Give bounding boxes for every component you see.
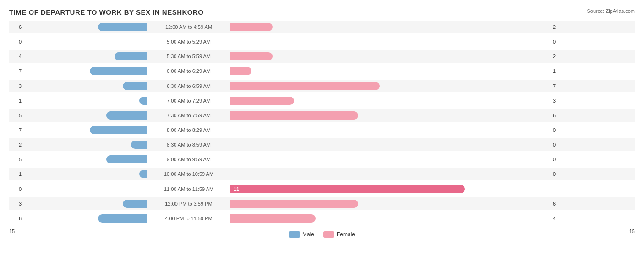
time-label: 11:00 AM to 11:59 AM <box>147 186 230 192</box>
time-label: 12:00 PM to 3:59 PM <box>147 201 230 207</box>
male-value: 5 <box>9 113 24 118</box>
male-bar <box>123 82 147 90</box>
female-bar <box>230 67 251 75</box>
male-swatch <box>289 231 300 238</box>
female-value: 0 <box>551 39 569 44</box>
table-row: 4 5:30 AM to 5:59 AM 2 <box>9 50 635 63</box>
right-bar-wrap <box>230 38 551 46</box>
right-bar-wrap <box>230 97 551 105</box>
right-bar-wrap <box>230 214 551 223</box>
female-bar <box>230 23 273 31</box>
male-value: 3 <box>9 201 24 207</box>
table-row: 6 4:00 PM to 11:59 PM 4 <box>9 212 635 225</box>
male-value: 0 <box>9 39 24 44</box>
legend-female: Female <box>323 231 355 238</box>
right-bar-wrap <box>230 170 551 178</box>
right-bar-wrap: 11 <box>230 185 551 193</box>
male-value: 3 <box>9 83 24 89</box>
left-bar-wrap <box>24 170 147 178</box>
left-bar-wrap <box>24 126 147 134</box>
left-bar-wrap <box>24 52 147 60</box>
right-bar-wrap <box>230 52 551 60</box>
left-bar-wrap <box>24 67 147 75</box>
table-row: 6 12:00 AM to 4:59 AM 2 <box>9 21 635 33</box>
left-bar-wrap <box>24 185 147 193</box>
left-bar-wrap <box>24 38 147 46</box>
female-value: 1 <box>551 68 569 74</box>
table-row: 1 7:00 AM to 7:29 AM 3 <box>9 94 635 107</box>
table-row: 7 8:00 AM to 8:29 AM 0 <box>9 124 635 136</box>
female-bar <box>230 82 380 90</box>
female-value: 0 <box>551 127 569 133</box>
time-label: 7:30 AM to 7:59 AM <box>147 113 230 118</box>
male-bar <box>115 52 147 60</box>
legend-male: Male <box>289 231 314 238</box>
time-label: 5:30 AM to 5:59 AM <box>147 54 230 59</box>
female-bar <box>230 214 316 223</box>
male-bar <box>131 141 147 149</box>
axis-left-label: 15 <box>9 228 15 238</box>
female-bar <box>230 97 294 105</box>
female-bar <box>230 111 358 120</box>
rows-container: 6 12:00 AM to 4:59 AM 2 0 5:00 AM to 5:2… <box>9 21 635 225</box>
left-bar-wrap <box>24 155 147 163</box>
male-value: 0 <box>9 186 24 192</box>
male-value: 5 <box>9 157 24 162</box>
table-row: 2 8:30 AM to 8:59 AM 0 <box>9 138 635 151</box>
right-bar-wrap <box>230 82 551 90</box>
female-bar <box>230 52 273 60</box>
time-label: 7:00 AM to 7:29 AM <box>147 98 230 103</box>
table-row: 3 6:30 AM to 6:59 AM 7 <box>9 80 635 92</box>
left-bar-wrap <box>24 23 147 31</box>
male-value: 4 <box>9 54 24 59</box>
right-bar-wrap <box>230 155 551 163</box>
male-value: 7 <box>9 127 24 133</box>
male-bar <box>106 155 147 163</box>
female-value: 6 <box>551 201 569 207</box>
chart-container: TIME OF DEPARTURE TO WORK BY SEX IN NESH… <box>0 0 644 272</box>
time-label: 5:00 AM to 5:29 AM <box>147 39 230 44</box>
right-bar-wrap <box>230 126 551 134</box>
female-value: 2 <box>551 54 569 59</box>
table-row: 5 9:00 AM to 9:59 AM 0 <box>9 153 635 166</box>
left-bar-wrap <box>24 97 147 105</box>
male-bar <box>98 214 147 223</box>
female-value: 7 <box>551 83 569 89</box>
male-bar <box>106 111 147 120</box>
legend: Male Female <box>289 231 355 238</box>
female-value: 3 <box>551 98 569 103</box>
time-label: 4:00 PM to 11:59 PM <box>147 216 230 221</box>
table-row: 3 12:00 PM to 3:59 PM 6 <box>9 197 635 210</box>
left-bar-wrap <box>24 82 147 90</box>
female-value: 0 <box>551 157 569 162</box>
table-row: 0 5:00 AM to 5:29 AM 0 <box>9 35 635 48</box>
male-bar <box>123 200 147 208</box>
right-bar-wrap <box>230 67 551 75</box>
left-bar-wrap <box>24 214 147 223</box>
time-label: 6:30 AM to 6:59 AM <box>147 83 230 89</box>
table-row: 1 10:00 AM to 10:59 AM 0 <box>9 168 635 180</box>
male-bar <box>139 97 147 105</box>
left-bar-wrap <box>24 200 147 208</box>
male-value: 6 <box>9 24 24 30</box>
male-label: Male <box>302 231 314 238</box>
male-value: 6 <box>9 216 24 221</box>
table-row: 7 6:00 AM to 6:29 AM 1 <box>9 65 635 77</box>
time-label: 6:00 AM to 6:29 AM <box>147 68 230 74</box>
female-value: 0 <box>551 171 569 177</box>
male-value: 2 <box>9 142 24 147</box>
right-bar-wrap <box>230 200 551 208</box>
female-bar: 11 <box>230 185 465 193</box>
chart-title: TIME OF DEPARTURE TO WORK BY SEX IN NESH… <box>9 8 635 16</box>
time-label: 10:00 AM to 10:59 AM <box>147 171 230 177</box>
female-value: 2 <box>551 24 569 30</box>
time-label: 9:00 AM to 9:59 AM <box>147 157 230 162</box>
left-bar-wrap <box>24 141 147 149</box>
female-value: 0 <box>551 142 569 147</box>
time-label: 8:30 AM to 8:59 AM <box>147 142 230 147</box>
axis-right-label: 15 <box>629 228 635 238</box>
male-bar <box>90 126 147 134</box>
male-bar <box>139 170 147 178</box>
female-swatch <box>323 231 334 238</box>
female-bar <box>230 200 358 208</box>
